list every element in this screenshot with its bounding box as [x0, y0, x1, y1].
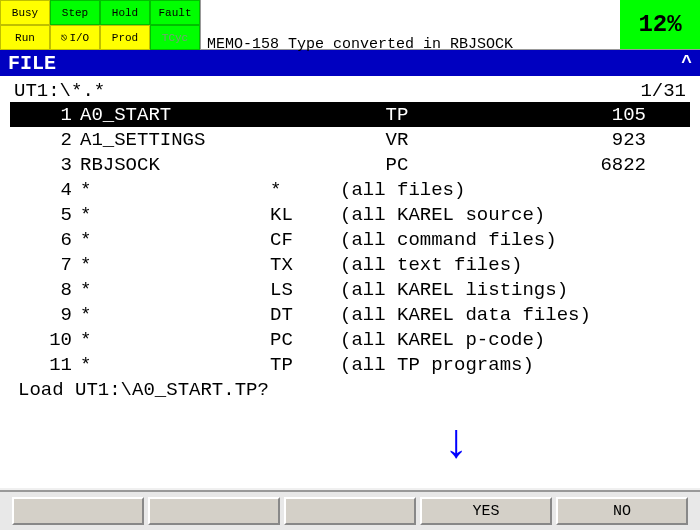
status-prod[interactable]: Prod	[100, 25, 150, 50]
row-filename: A0_START	[80, 104, 270, 126]
row-desc: (all KAREL p-code)	[340, 329, 560, 351]
row-ext: KL	[270, 204, 340, 226]
row-index: 3	[10, 154, 80, 176]
chevron-up-icon[interactable]: ^	[681, 53, 692, 73]
row-index: 2	[10, 129, 80, 151]
row-ext: LS	[270, 279, 340, 301]
row-ext: PC	[270, 329, 340, 351]
status-fault[interactable]: Fault	[150, 0, 200, 25]
row-index: 5	[10, 204, 80, 226]
row-desc: (all TP programs)	[340, 354, 560, 376]
status-run: Run	[0, 25, 50, 50]
row-filename: *	[80, 204, 270, 226]
row-filename: *	[80, 354, 270, 376]
file-row[interactable]: 3RBJSOCK PC6822	[10, 152, 690, 177]
row-filename: RBJSOCK	[80, 154, 270, 176]
top-status-area: Busy Step Hold Fault Run I/O Prod TCyc M…	[0, 0, 700, 50]
load-prompt: Load UT1:\A0_START.TP?	[10, 379, 690, 401]
file-row[interactable]: 11*TP(all TP programs)	[10, 352, 690, 377]
status-hold[interactable]: Hold	[100, 0, 150, 25]
row-index: 10	[10, 329, 80, 351]
current-path: UT1:\*.*	[14, 80, 105, 102]
file-row[interactable]: 4**(all files)	[10, 177, 690, 202]
file-row[interactable]: 2A1_SETTINGS VR923	[10, 127, 690, 152]
file-row[interactable]: 8*LS(all KAREL listings)	[10, 277, 690, 302]
status-busy: Busy	[0, 0, 50, 25]
screen-title: FILE	[8, 52, 56, 75]
f5-button[interactable]: NO	[556, 497, 688, 525]
file-row[interactable]: 5*KL(all KAREL source)	[10, 202, 690, 227]
row-index: 11	[10, 354, 80, 376]
row-counter: 1/31	[640, 80, 686, 102]
status-grid: Busy Step Hold Fault Run I/O Prod TCyc	[0, 0, 201, 49]
row-index: 4	[10, 179, 80, 201]
status-io[interactable]: I/O	[50, 25, 100, 50]
row-ext: TX	[270, 254, 340, 276]
row-desc: (all KAREL source)	[340, 204, 560, 226]
row-ext: CF	[270, 229, 340, 251]
status-step[interactable]: Step	[50, 0, 100, 25]
path-row: UT1:\*.* 1/31	[10, 80, 690, 102]
file-row[interactable]: 1A0_START TP105	[10, 102, 690, 127]
alarm-info: MEMO-158 Type converted in RBJSOCK A0_ST…	[201, 0, 620, 49]
row-filename: A1_SETTINGS	[80, 129, 270, 151]
row-filename: *	[80, 329, 270, 351]
status-tcyc[interactable]: TCyc	[150, 25, 200, 50]
row-index: 7	[10, 254, 80, 276]
row-ext: TP	[270, 354, 340, 376]
row-filename: *	[80, 254, 270, 276]
row-filename: *	[80, 279, 270, 301]
row-desc: (all KAREL data files)	[340, 304, 560, 326]
file-row[interactable]: 9*DT(all KAREL data files)	[10, 302, 690, 327]
row-size: 105	[560, 104, 650, 126]
row-desc: (all files)	[340, 179, 560, 201]
row-desc: (all command files)	[340, 229, 560, 251]
file-row[interactable]: 7*TX(all text files)	[10, 252, 690, 277]
row-size: 6822	[560, 154, 650, 176]
file-listing: UT1:\*.* 1/31 1A0_START TP1052A1_SETTING…	[0, 76, 700, 488]
row-ext: DT	[270, 304, 340, 326]
arrow-down-icon: ↓	[442, 432, 471, 456]
row-index: 1	[10, 104, 80, 126]
row-desc: (all KAREL listings)	[340, 279, 560, 301]
file-row[interactable]: 10*PC(all KAREL p-code)	[10, 327, 690, 352]
row-desc: TP	[340, 104, 560, 126]
f3-button[interactable]	[284, 497, 416, 525]
row-desc: VR	[340, 129, 560, 151]
function-key-bar: YES NO	[0, 490, 700, 530]
row-filename: *	[80, 179, 270, 201]
f2-button[interactable]	[148, 497, 280, 525]
f4-button[interactable]: YES	[420, 497, 552, 525]
row-desc: PC	[340, 154, 560, 176]
row-index: 6	[10, 229, 80, 251]
row-filename: *	[80, 229, 270, 251]
f1-button[interactable]	[12, 497, 144, 525]
row-index: 9	[10, 304, 80, 326]
row-index: 8	[10, 279, 80, 301]
row-filename: *	[80, 304, 270, 326]
override-percent[interactable]: 12%	[620, 0, 700, 49]
alarm-line1: MEMO-158 Type converted in RBJSOCK	[207, 36, 614, 53]
row-ext: *	[270, 179, 340, 201]
row-size: 923	[560, 129, 650, 151]
row-desc: (all text files)	[340, 254, 560, 276]
file-row[interactable]: 6*CF(all command files)	[10, 227, 690, 252]
